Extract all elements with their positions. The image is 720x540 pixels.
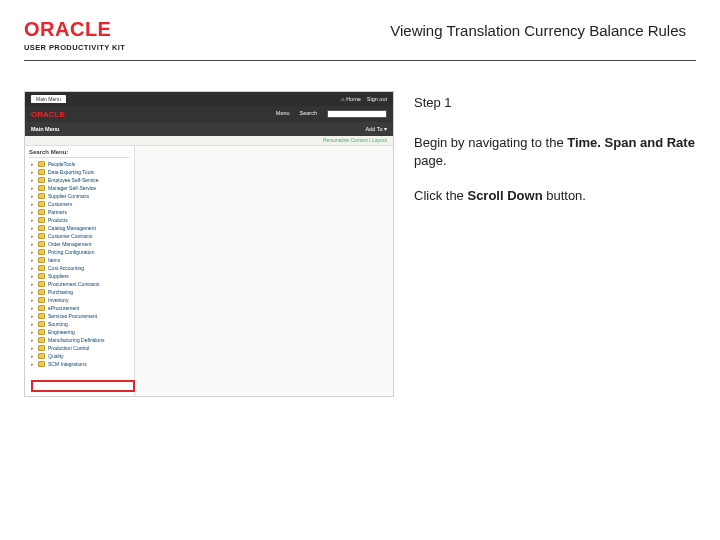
tree-item-label: Customers [48,201,72,207]
expand-icon[interactable]: ▸ [29,361,35,367]
tree-item[interactable]: ▸Items [29,256,130,264]
tree-item[interactable]: ▸Products [29,216,130,224]
oracle-brand-icon: ORACLE [31,110,65,119]
tree-item[interactable]: ▸Manager Self-Service [29,184,130,192]
expand-icon[interactable]: ▸ [29,305,35,311]
tree-item[interactable]: ▸Quality [29,352,130,360]
expand-icon[interactable]: ▸ [29,177,35,183]
tree-item[interactable]: ▸eProcurement [29,304,130,312]
tree-item[interactable]: ▸Cost Accounting [29,264,130,272]
tree-item[interactable]: ▸SCM Integrations [29,360,130,368]
toolbar-title: Main Menu [31,126,59,132]
tree-item-label: Catalog Management [48,225,96,231]
tree-item[interactable]: ▸Customers [29,200,130,208]
menu-label: Menu [276,110,290,118]
folder-icon [38,257,45,263]
expand-icon[interactable]: ▸ [29,281,35,287]
tree-title: Search Menu: [29,149,130,158]
tree-item[interactable]: ▸Pricing Configuration [29,248,130,256]
tree-item[interactable]: ▸Purchasing [29,288,130,296]
expand-icon[interactable]: ▸ [29,209,35,215]
tree-item-label: Employee Self-Service [48,177,99,183]
screenshot-toolbar: Main Menu Add To ▾ [25,122,393,136]
folder-icon [38,305,45,311]
expand-icon[interactable]: ▸ [29,201,35,207]
expand-icon[interactable]: ▸ [29,185,35,191]
folder-icon [38,361,45,367]
expand-icon[interactable]: ▸ [29,249,35,255]
oracle-logo: ORACLE USER PRODUCTIVITY KIT [24,18,125,52]
tree-item-label: Items [48,257,60,263]
tree-item[interactable]: ▸Procurement Contracts [29,280,130,288]
tree-item-label: Customer Contracts [48,233,92,239]
top-tab[interactable]: Main Menu [31,95,66,103]
tree-item-label: Order Management [48,241,91,247]
step-label: Step 1 [414,95,696,110]
tree-item[interactable]: ▸Inventory [29,296,130,304]
tree-item[interactable]: ▸Employee Self-Service [29,176,130,184]
tree-item[interactable]: ▸Data Exporting Tools [29,168,130,176]
expand-icon[interactable]: ▸ [29,273,35,279]
folder-icon [38,321,45,327]
folder-icon [38,233,45,239]
tree-item[interactable]: ▸Manufacturing Definitions [29,336,130,344]
tree-item-label: Supplier Contracts [48,193,89,199]
personalize-link[interactable]: Personalize Content | Layout [25,136,393,146]
tree-item[interactable]: ▸PeopleTools [29,160,130,168]
tree-item[interactable]: ▸Supplier Contracts [29,192,130,200]
expand-icon[interactable]: ▸ [29,337,35,343]
expand-icon[interactable]: ▸ [29,217,35,223]
tree-item[interactable]: ▸Suppliers [29,272,130,280]
folder-icon [38,265,45,271]
expand-icon[interactable]: ▸ [29,297,35,303]
header: ORACLE USER PRODUCTIVITY KIT Viewing Tra… [0,0,720,60]
folder-icon [38,217,45,223]
tree-item-label: Manufacturing Definitions [48,337,104,343]
tree-item[interactable]: ▸Production Control [29,344,130,352]
expand-icon[interactable]: ▸ [29,233,35,239]
folder-icon [38,281,45,287]
expand-icon[interactable]: ▸ [29,193,35,199]
expand-icon[interactable]: ▸ [29,353,35,359]
folder-icon [38,345,45,351]
signout-link[interactable]: Sign out [367,96,387,102]
tree-item-label: Quality [48,353,64,359]
home-link[interactable]: ⌂ Home [341,96,361,102]
expand-icon[interactable]: ▸ [29,289,35,295]
folder-icon [38,225,45,231]
embedded-screenshot: Main Menu ⌂ Home Sign out ORACLE Menu Se… [24,91,394,397]
search-input[interactable] [327,110,387,118]
tree-item-label: Purchasing [48,289,73,295]
addto-menu[interactable]: Add To ▾ [365,126,387,132]
tree-item[interactable]: ▸Sourcing [29,320,130,328]
tree-item-label: SCM Integrations [48,361,87,367]
header-divider [24,60,696,61]
expand-icon[interactable]: ▸ [29,265,35,271]
tree-item-label: Inventory [48,297,69,303]
tree-item[interactable]: ▸Catalog Management [29,224,130,232]
expand-icon[interactable]: ▸ [29,169,35,175]
tree-item-label: Manager Self-Service [48,185,96,191]
folder-icon [38,329,45,335]
expand-icon[interactable]: ▸ [29,345,35,351]
expand-icon[interactable]: ▸ [29,313,35,319]
expand-icon[interactable]: ▸ [29,329,35,335]
tree-item[interactable]: ▸Partners [29,208,130,216]
logo-subtext: USER PRODUCTIVITY KIT [24,43,125,52]
tree-item[interactable]: ▸Order Management [29,240,130,248]
tree-item[interactable]: ▸Engineering [29,328,130,336]
tree-item-label: Procurement Contracts [48,281,99,287]
instruction-line-2: Click the Scroll Down button. [414,187,696,205]
expand-icon[interactable]: ▸ [29,241,35,247]
expand-icon[interactable]: ▸ [29,225,35,231]
tree-item-label: Sourcing [48,321,68,327]
folder-icon [38,177,45,183]
folder-icon [38,209,45,215]
tree-item-label: eProcurement [48,305,79,311]
tree-item-label: Cost Accounting [48,265,84,271]
expand-icon[interactable]: ▸ [29,321,35,327]
tree-item[interactable]: ▸Customer Contracts [29,232,130,240]
expand-icon[interactable]: ▸ [29,257,35,263]
tree-item[interactable]: ▸Services Procurement [29,312,130,320]
expand-icon[interactable]: ▸ [29,161,35,167]
